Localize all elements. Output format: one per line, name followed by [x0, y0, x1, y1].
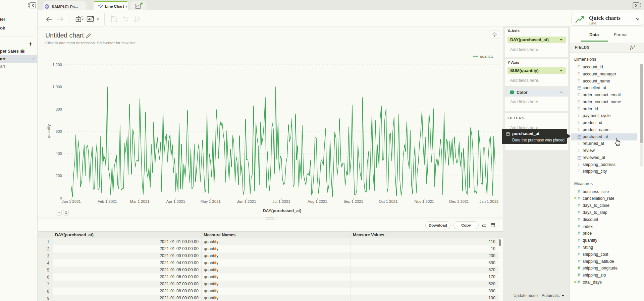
svg-text:Sep 1 2021: Sep 1 2021 — [343, 199, 363, 203]
svg-text:Jan 1 2022: Jan 1 2022 — [480, 199, 499, 203]
svg-text:200: 200 — [56, 174, 62, 178]
svg-text:800: 800 — [56, 107, 62, 111]
svg-text:400: 400 — [56, 152, 62, 156]
svg-text:DAY(purchased_at): DAY(purchased_at) — [263, 208, 302, 213]
svg-text:600: 600 — [56, 129, 62, 133]
svg-text:Oct 1 2021: Oct 1 2021 — [379, 199, 397, 203]
svg-text:Jul 1 2021: Jul 1 2021 — [272, 199, 290, 203]
svg-text:Mar 1 2021: Mar 1 2021 — [130, 199, 150, 203]
svg-text:1,200: 1,200 — [52, 63, 62, 67]
svg-text:1,000: 1,000 — [52, 85, 62, 89]
svg-text:quantity: quantity — [480, 54, 494, 58]
svg-text:May 1 2021: May 1 2021 — [201, 199, 221, 203]
svg-text:Jun 1 2021: Jun 1 2021 — [237, 199, 256, 203]
svg-text:Apr 1 2021: Apr 1 2021 — [166, 199, 185, 203]
svg-text:Dec 1 2021: Dec 1 2021 — [449, 199, 469, 203]
svg-text:Aug 1 2021: Aug 1 2021 — [308, 199, 327, 203]
svg-text:Feb 1 2021: Feb 1 2021 — [98, 199, 117, 203]
svg-text:quantity: quantity — [47, 124, 51, 138]
svg-text:Jan 1 2021: Jan 1 2021 — [62, 199, 81, 203]
svg-text:Nov 1 2021: Nov 1 2021 — [414, 199, 434, 203]
